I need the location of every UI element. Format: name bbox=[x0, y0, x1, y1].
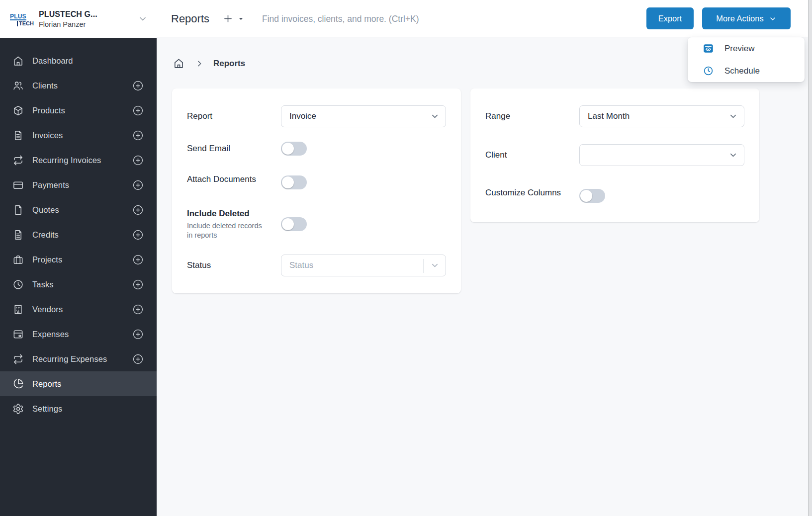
include-deleted-hint: Include deleted records in reports bbox=[187, 221, 267, 240]
quick-create-caret-icon[interactable] bbox=[238, 0, 244, 37]
report-settings-card: Report Invoice Send Email bbox=[172, 88, 461, 293]
sidebar-nav: Dashboard Clients Products bbox=[0, 38, 157, 421]
box-icon bbox=[12, 104, 24, 116]
attach-documents-toggle[interactable] bbox=[281, 175, 307, 189]
chevron-down-icon bbox=[430, 261, 440, 270]
preview-icon bbox=[703, 43, 714, 54]
document-icon bbox=[12, 229, 24, 241]
include-deleted-toggle[interactable] bbox=[281, 217, 307, 231]
repeat-icon bbox=[12, 154, 24, 166]
file-icon bbox=[12, 204, 24, 216]
sidebar-item-recurring-expenses[interactable]: Recurring Expenses bbox=[0, 346, 157, 371]
sidebar-item-expenses[interactable]: Expenses bbox=[0, 322, 157, 346]
sidebar-item-clients[interactable]: Clients bbox=[0, 73, 157, 98]
sidebar: PLUS TECH PLUSTECH G... Florian Panzer D… bbox=[0, 0, 157, 516]
add-circle-icon[interactable] bbox=[132, 154, 144, 166]
chevron-down-icon bbox=[728, 151, 738, 160]
quick-create-button[interactable] bbox=[223, 0, 233, 37]
sidebar-item-invoices[interactable]: Invoices bbox=[0, 123, 157, 148]
add-circle-icon[interactable] bbox=[132, 303, 144, 315]
add-circle-icon[interactable] bbox=[132, 254, 144, 265]
add-circle-icon[interactable] bbox=[132, 104, 144, 116]
status-label: Status bbox=[187, 255, 267, 276]
status-placeholder: Status bbox=[289, 260, 313, 270]
add-circle-icon[interactable] bbox=[132, 179, 144, 191]
sidebar-item-projects[interactable]: Projects bbox=[0, 247, 157, 272]
send-email-toggle[interactable] bbox=[281, 142, 307, 156]
chevron-down-icon bbox=[728, 112, 738, 121]
status-multiselect[interactable]: Status bbox=[281, 255, 446, 276]
report-select[interactable]: Invoice bbox=[281, 105, 446, 127]
pie-chart-icon bbox=[12, 378, 24, 390]
attach-documents-label: Attach Documents bbox=[187, 169, 267, 189]
company-logo: PLUS TECH bbox=[10, 12, 32, 26]
users-icon bbox=[12, 80, 24, 91]
topbar: Reports Export More Actions bbox=[157, 0, 808, 37]
more-actions-menu: Preview Schedule bbox=[688, 37, 805, 82]
client-label: Client bbox=[485, 144, 565, 166]
report-label: Report bbox=[187, 105, 267, 127]
page-title: Reports bbox=[171, 0, 209, 37]
repeat-icon bbox=[12, 353, 24, 365]
export-button[interactable]: Export bbox=[646, 7, 694, 29]
menu-item-schedule[interactable]: Schedule bbox=[688, 60, 805, 82]
client-select[interactable] bbox=[579, 144, 744, 166]
add-circle-icon[interactable] bbox=[132, 353, 144, 365]
app-window: PLUS TECH PLUSTECH G... Florian Panzer D… bbox=[0, 0, 812, 516]
user-name: Florian Panzer bbox=[39, 20, 135, 28]
company-name: PLUSTECH G... bbox=[39, 10, 135, 19]
add-circle-icon[interactable] bbox=[132, 278, 144, 290]
document-icon bbox=[12, 129, 24, 141]
more-actions-button[interactable]: More Actions bbox=[702, 7, 791, 29]
search-input[interactable] bbox=[262, 9, 570, 29]
gear-icon bbox=[12, 403, 24, 415]
clock-icon bbox=[12, 278, 24, 290]
include-deleted-label: Include Deleted Include deleted records … bbox=[187, 208, 267, 240]
building-icon bbox=[12, 303, 24, 315]
chevron-down-icon bbox=[138, 14, 148, 24]
sidebar-item-vendors[interactable]: Vendors bbox=[0, 297, 157, 322]
content-area: Reports Report Invoice bbox=[157, 37, 808, 516]
home-icon bbox=[12, 55, 24, 67]
add-circle-icon[interactable] bbox=[132, 80, 144, 91]
breadcrumb: Reports bbox=[173, 55, 245, 72]
sidebar-item-credits[interactable]: Credits bbox=[0, 222, 157, 247]
sidebar-item-recurring-invoices[interactable]: Recurring Invoices bbox=[0, 148, 157, 172]
add-circle-icon[interactable] bbox=[132, 129, 144, 141]
company-switcher[interactable]: PLUS TECH PLUSTECH G... Florian Panzer bbox=[0, 0, 157, 38]
divider bbox=[423, 259, 424, 273]
sidebar-item-payments[interactable]: Payments bbox=[0, 172, 157, 197]
range-label: Range bbox=[485, 105, 565, 127]
briefcase-icon bbox=[12, 254, 24, 265]
chevron-down-icon bbox=[430, 112, 440, 121]
send-email-label: Send Email bbox=[187, 138, 267, 156]
add-circle-icon[interactable] bbox=[132, 328, 144, 340]
add-circle-icon[interactable] bbox=[132, 229, 144, 241]
sidebar-item-reports[interactable]: Reports bbox=[0, 371, 157, 396]
range-select[interactable]: Last Month bbox=[579, 105, 744, 127]
home-breadcrumb-icon[interactable] bbox=[173, 58, 184, 69]
report-filters-card: Range Last Month Client bbox=[470, 88, 759, 222]
background-window-edge bbox=[808, 0, 812, 516]
wallet-icon bbox=[12, 328, 24, 340]
sidebar-item-quotes[interactable]: Quotes bbox=[0, 197, 157, 222]
chevron-right-icon bbox=[195, 60, 203, 68]
customize-columns-label: Customize Columns bbox=[485, 182, 565, 203]
credit-card-icon bbox=[12, 179, 24, 191]
sidebar-item-tasks[interactable]: Tasks bbox=[0, 272, 157, 297]
customize-columns-toggle[interactable] bbox=[579, 189, 605, 203]
breadcrumb-current: Reports bbox=[213, 59, 245, 69]
add-circle-icon[interactable] bbox=[132, 204, 144, 216]
main-area: Reports Export More Actions Pr bbox=[157, 0, 808, 516]
schedule-clock-icon bbox=[703, 66, 714, 77]
sidebar-item-dashboard[interactable]: Dashboard bbox=[0, 48, 157, 73]
sidebar-item-products[interactable]: Products bbox=[0, 98, 157, 123]
chevron-down-icon bbox=[769, 15, 777, 23]
sidebar-item-settings[interactable]: Settings bbox=[0, 396, 157, 421]
menu-item-preview[interactable]: Preview bbox=[688, 37, 805, 60]
